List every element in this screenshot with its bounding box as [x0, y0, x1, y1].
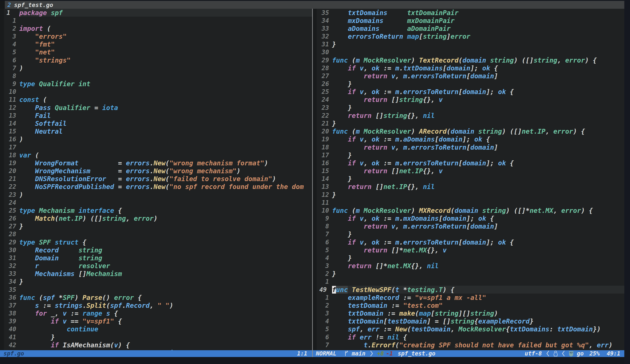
code-line[interactable]: 39 if v == "v=spf1" { [0, 318, 312, 325]
code-line[interactable]: 17 } [313, 151, 624, 159]
code-line[interactable]: 4 "fmt" [0, 40, 312, 48]
code-line[interactable]: 19 if v, ok := m.aDomains[domain]; ok { [313, 136, 624, 143]
code-line[interactable]: 31 Domain string [0, 254, 312, 262]
code-line[interactable]: 29func (m MockResolver) TextRecord(domai… [313, 56, 624, 64]
code-line[interactable]: 12} [313, 191, 624, 198]
code-line[interactable]: 5 return []*net.MX{}, v [313, 246, 624, 254]
code-line[interactable]: 4 txtDomain[testDomain] = []string{examp… [313, 318, 624, 325]
line-number: 33 [4, 270, 16, 278]
code-line[interactable]: 2} [313, 270, 624, 278]
code-line[interactable]: 1 [313, 278, 624, 286]
code-line[interactable]: 3 return []*net.MX{}, nil [313, 262, 624, 270]
code-line[interactable]: 1package spf [0, 9, 312, 16]
code-line[interactable]: 28 [0, 230, 312, 238]
line-number: 9 [317, 215, 329, 222]
code-line[interactable]: 10func (m MockResolver) MXRecord(domain … [313, 206, 624, 214]
code-line[interactable]: 29type SPF struct { [0, 238, 312, 246]
code-line[interactable]: 15 return []net.IP{}, v [313, 167, 624, 175]
code-line[interactable]: 28 if v, ok := m.txtDomains[domain]; ok … [313, 64, 624, 72]
code-line[interactable]: 8 } [313, 349, 624, 350]
code-line[interactable]: 10 [0, 88, 312, 96]
code-line[interactable]: 35 txtDomains txtDomainPair [313, 9, 624, 16]
code-line[interactable]: 7 t.Errorf("creating SPF should not have… [313, 341, 624, 349]
right-statusline: NORMAL main +8 -1 spf_test.go [313, 350, 624, 357]
code-line[interactable]: 11 [313, 198, 624, 206]
code-line[interactable]: 13 return []net.IP{}, nil [313, 183, 624, 191]
code-line[interactable]: 32 errorsToReturn map[string]error [313, 32, 624, 40]
code-line[interactable]: 37 s := strings.Split(spf.Record, " ") [0, 302, 312, 309]
code-line[interactable]: 6 if v, ok := m.errorsToReturn[domain]; … [313, 238, 624, 246]
code-line[interactable]: 16 if v, ok := m.errorsToReturn[domain];… [313, 159, 624, 167]
code-line[interactable]: 12 Pass Qualifier = iota [0, 104, 312, 112]
code-line[interactable]: 32 r resolver [0, 262, 312, 270]
code-line[interactable]: 21 DNSResolutionError = errors.New("fail… [0, 175, 312, 183]
code-line[interactable]: 18var ( [0, 151, 312, 159]
code-line[interactable]: 42 if IsAMechanism(v) { [0, 341, 312, 349]
code-line[interactable]: 30 [313, 48, 624, 56]
right-pane-spf-test-go[interactable]: 35 txtDomains txtDomainPair34 mxDomains … [313, 9, 624, 350]
tab-spf-test-go[interactable]: 2 spf_test.go [5, 1, 59, 9]
code-text: } [332, 191, 624, 198]
code-line[interactable]: 27 return v, m.errorsToReturn[domain] [313, 72, 624, 80]
code-line[interactable]: 30 Record string [0, 246, 312, 254]
code-line[interactable]: 6 "strings" [0, 56, 312, 64]
code-line[interactable]: 24 [0, 198, 312, 206]
code-line[interactable]: 22 return []string{}, nil [313, 112, 624, 120]
code-line[interactable]: 7) [0, 64, 312, 72]
code-line[interactable]: 1 [0, 16, 312, 24]
line-number: 6 [317, 239, 329, 246]
code-line[interactable]: 6 if err != nil { [313, 333, 624, 341]
code-line[interactable]: 43 m, err := NewA(v, spf.Domain, spf.r) [0, 349, 312, 350]
code-line[interactable]: 9 if v, ok := m.mxDomains[domain]; ok { [313, 214, 624, 222]
code-line[interactable]: 15 Neutral [0, 128, 312, 136]
code-line[interactable]: 13 Fail [0, 112, 312, 120]
code-line[interactable]: 5 spf, err := New(testDomain, MockResolv… [313, 325, 624, 333]
code-line[interactable]: 26 Match(net.IP) ([]string, error) [0, 214, 312, 222]
code-line[interactable]: 35 [0, 286, 312, 294]
code-line[interactable]: 38 for _, v := range s { [0, 310, 312, 318]
left-pane-spf-go[interactable]: 1package spf12import (3 "errors"4 "fmt"5… [0, 9, 312, 350]
code-line[interactable]: 22 NoSPFRecordPublished = errors.New("no… [0, 183, 312, 191]
code-line[interactable]: 36func (spf *SPF) Parse() error { [0, 294, 312, 302]
code-line[interactable]: 20 WrongMechanism = errors.New("wrong me… [0, 167, 312, 175]
code-line[interactable]: 33 Mechanisms []Mechanism [0, 270, 312, 278]
code-line[interactable]: 8 [0, 72, 312, 80]
code-line[interactable]: 23 } [313, 104, 624, 112]
code-line[interactable]: 34 mxDomains mxDomainPair [313, 16, 624, 24]
code-line[interactable]: 2 testDomain := "test.com" [313, 302, 624, 309]
code-line[interactable]: 25 if v, ok := m.errorsToReturn[domain];… [313, 88, 624, 96]
code-line[interactable]: 24 return []string{}, v [313, 96, 624, 104]
code-line[interactable]: 14 } [313, 175, 624, 183]
line-number: 26 [317, 80, 329, 88]
code-line[interactable]: 21} [313, 120, 624, 127]
code-line[interactable]: 14 Softfail [0, 120, 312, 127]
code-line[interactable]: 1 exampleRecord := "v=spf1 a mx -all" [313, 294, 624, 302]
code-line[interactable]: 17 [0, 143, 312, 151]
code-line[interactable]: 40 continue [0, 325, 312, 333]
code-line[interactable]: 19 WrongFormat = errors.New("wrong mecha… [0, 159, 312, 167]
code-line[interactable]: 18 return v, m.errorsToReturn[domain] [313, 143, 624, 151]
code-line[interactable]: 2import ( [0, 24, 312, 32]
git-branch-icon [344, 350, 349, 356]
code-line[interactable]: 5 "net" [0, 48, 312, 56]
git-diff-removed: -1 [386, 350, 393, 357]
code-line[interactable]: 4 } [313, 254, 624, 262]
code-line[interactable]: 25type Mechanism interface { [0, 206, 312, 214]
code-line[interactable]: 3 txtDomain := make(map[string][]string) [313, 310, 624, 318]
code-line[interactable]: 41 } [0, 333, 312, 341]
code-line[interactable]: 3 "errors" [0, 32, 312, 40]
code-line[interactable]: 31} [313, 40, 624, 48]
code-line[interactable]: 34} [0, 278, 312, 286]
code-line[interactable]: 11const ( [0, 96, 312, 104]
code-line[interactable]: 33 aDomains aDomainPair [313, 24, 624, 32]
code-line[interactable]: 8 return v, m.errorsToReturn[domain] [313, 222, 624, 230]
code-line[interactable]: 27} [0, 222, 312, 230]
code-line[interactable]: 23) [0, 191, 312, 198]
code-line[interactable]: 7 } [313, 230, 624, 238]
code-line[interactable]: 49func TestNewSPF(t *testing.T) { [313, 286, 624, 294]
code-line[interactable]: 20func (m MockResolver) ARecord(domain s… [313, 128, 624, 136]
code-line[interactable]: 26 } [313, 80, 624, 88]
code-line[interactable]: 16) [0, 136, 312, 143]
code-text: package spf [19, 9, 312, 16]
code-line[interactable]: 9type Qualifier int [0, 80, 312, 88]
